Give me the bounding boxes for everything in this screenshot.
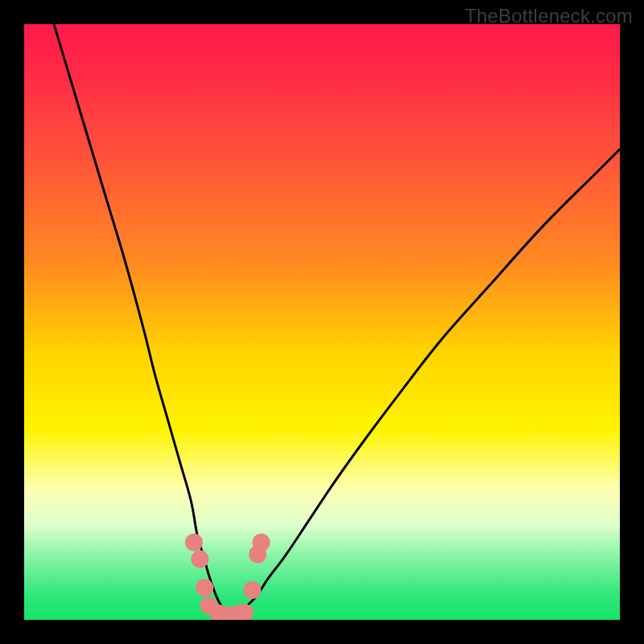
pink-dot: [253, 534, 270, 551]
pink-dot: [196, 579, 213, 597]
right-curve-path: [233, 149, 620, 617]
pink-dot: [243, 581, 261, 599]
pink-dot: [191, 551, 208, 568]
plot-area: [24, 24, 620, 620]
left-curve-path: [54, 24, 233, 617]
curves-svg: [24, 24, 620, 620]
pink-dot: [185, 534, 203, 551]
chart-frame: TheBottleneck.com: [0, 0, 644, 644]
pink-dots-group: [185, 534, 270, 620]
